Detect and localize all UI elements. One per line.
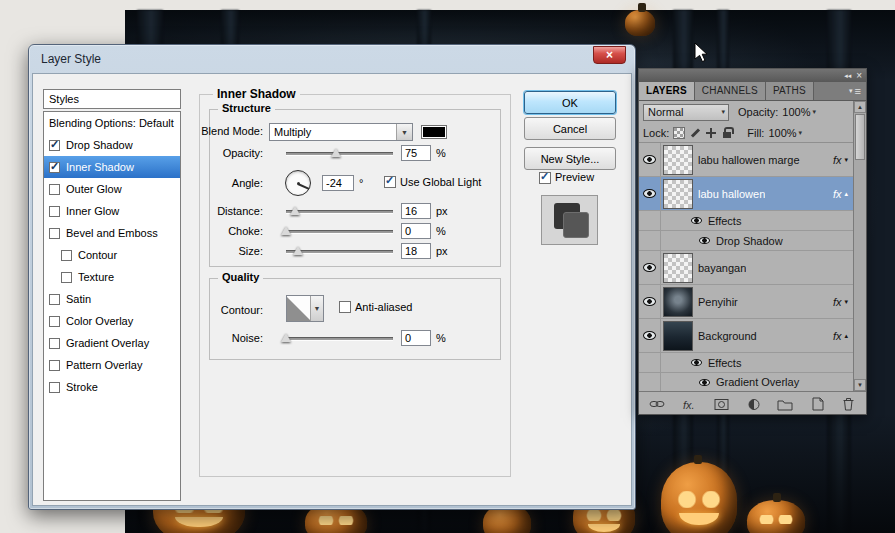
fx-expand-icon[interactable]: ▴ <box>844 190 848 198</box>
layer-row[interactable]: Background fx▴ <box>639 319 853 353</box>
layer-thumbnail[interactable] <box>663 179 693 209</box>
pattern-overlay-checkbox[interactable] <box>49 360 60 371</box>
texture-checkbox[interactable] <box>61 272 72 283</box>
contour-checkbox[interactable] <box>61 250 72 261</box>
layer-name[interactable]: Background <box>698 330 757 342</box>
effect-label[interactable]: Gradient Overlay <box>716 376 799 388</box>
layer-name[interactable]: labu hallowen <box>698 188 765 200</box>
cancel-button[interactable]: Cancel <box>524 117 616 140</box>
tab-paths[interactable]: PATHS <box>766 82 814 100</box>
chevron-down-icon[interactable]: ▼ <box>311 296 323 321</box>
fx-badge[interactable]: fx <box>833 330 842 342</box>
bevel-emboss-checkbox[interactable] <box>49 228 60 239</box>
effects-row[interactable]: Effects <box>639 353 853 373</box>
lock-transparency-icon[interactable] <box>673 127 685 139</box>
layer-name[interactable]: labu hallowen marge <box>698 154 800 166</box>
link-layers-icon[interactable] <box>649 398 665 410</box>
style-item-texture[interactable]: Texture <box>44 266 180 288</box>
effects-row[interactable]: Effects <box>639 211 853 231</box>
drop-shadow-checkbox[interactable] <box>49 140 60 151</box>
noise-input[interactable]: 0 <box>401 330 431 346</box>
gradient-overlay-checkbox[interactable] <box>49 338 60 349</box>
adjustment-layer-icon[interactable] <box>747 398 761 411</box>
visibility-toggle[interactable] <box>639 177 661 210</box>
blend-mode-select[interactable]: Multiply ▼ <box>269 123 413 141</box>
outer-glow-checkbox[interactable] <box>49 184 60 195</box>
satin-checkbox[interactable] <box>49 294 60 305</box>
choke-slider-thumb[interactable] <box>281 226 291 235</box>
layer-style-icon[interactable]: fx. <box>682 398 698 411</box>
choke-input[interactable]: 0 <box>401 223 431 239</box>
layer-blend-mode-select[interactable]: Normal ▾ <box>643 104 729 121</box>
eye-icon[interactable] <box>691 359 702 366</box>
opacity-input[interactable]: 75 <box>401 145 431 161</box>
effect-row[interactable]: Drop Shadow <box>639 231 853 251</box>
preview-checkbox[interactable] <box>539 172 551 184</box>
close-button[interactable]: × <box>593 46 626 64</box>
noise-slider[interactable] <box>286 337 393 340</box>
eye-icon[interactable] <box>699 237 710 244</box>
size-slider-thumb[interactable] <box>293 246 303 255</box>
new-group-icon[interactable] <box>777 398 793 411</box>
angle-dial[interactable] <box>285 170 311 196</box>
tab-channels[interactable]: CHANNELS <box>695 82 766 100</box>
noise-slider-thumb[interactable] <box>281 333 291 342</box>
distance-slider-thumb[interactable] <box>290 206 300 215</box>
layer-row-selected[interactable]: labu hallowen fx▴ <box>639 177 853 211</box>
fx-badge[interactable]: fx <box>833 296 842 308</box>
contour-thumbnail[interactable] <box>287 296 311 321</box>
fill-value[interactable]: 100% <box>768 127 796 139</box>
color-overlay-checkbox[interactable] <box>49 316 60 327</box>
lock-all-icon[interactable] <box>721 127 733 139</box>
new-style-button[interactable]: New Style... <box>524 147 616 170</box>
lock-pixels-icon[interactable] <box>689 127 701 139</box>
contour-picker[interactable]: ▼ <box>286 295 324 322</box>
layer-thumbnail[interactable] <box>663 321 693 351</box>
anti-aliased-checkbox[interactable] <box>339 301 351 313</box>
dialog-titlebar[interactable]: Layer Style <box>29 45 635 73</box>
layer-opacity-value[interactable]: 100% <box>782 106 810 118</box>
distance-slider[interactable] <box>286 210 393 213</box>
layer-thumbnail[interactable] <box>663 145 693 175</box>
style-item-inner-shadow[interactable]: Inner Shadow <box>44 156 180 178</box>
visibility-toggle[interactable] <box>639 285 661 318</box>
inner-shadow-checkbox[interactable] <box>49 162 60 173</box>
use-global-light-checkbox[interactable] <box>384 176 396 188</box>
fx-expand-icon[interactable]: ▾ <box>844 156 848 164</box>
stroke-checkbox[interactable] <box>49 382 60 393</box>
delete-layer-icon[interactable] <box>841 397 856 411</box>
layer-thumbnail[interactable] <box>663 287 693 317</box>
eye-icon[interactable] <box>691 217 702 224</box>
fx-badge[interactable]: fx <box>833 188 842 200</box>
new-layer-icon[interactable] <box>810 397 825 411</box>
tab-layers[interactable]: LAYERS <box>639 82 695 100</box>
layer-thumbnail[interactable] <box>663 253 693 283</box>
effects-label[interactable]: Effects <box>708 215 741 227</box>
inner-glow-checkbox[interactable] <box>49 206 60 217</box>
ok-button[interactable]: OK <box>524 91 616 114</box>
scrollbar-thumb[interactable] <box>855 114 865 160</box>
visibility-toggle[interactable] <box>639 319 661 352</box>
distance-input[interactable]: 16 <box>401 203 431 219</box>
scrollbar[interactable]: ▲ ▼ <box>853 101 866 391</box>
fx-expand-icon[interactable]: ▾ <box>844 298 848 306</box>
layer-row[interactable]: labu hallowen marge fx▾ <box>639 143 853 177</box>
eye-icon[interactable] <box>699 379 710 386</box>
choke-slider[interactable] <box>286 230 393 233</box>
chevron-down-icon[interactable]: ▾ <box>813 108 817 116</box>
fx-badge[interactable]: fx <box>833 154 842 166</box>
angle-input[interactable]: -24 <box>322 175 354 191</box>
fx-expand-icon[interactable]: ▴ <box>844 332 848 340</box>
layer-name[interactable]: bayangan <box>698 262 746 274</box>
effect-row[interactable]: Gradient Overlay <box>639 373 853 391</box>
layer-row[interactable]: Penyihir fx▾ <box>639 285 853 319</box>
effects-label[interactable]: Effects <box>708 357 741 369</box>
effect-label[interactable]: Drop Shadow <box>716 235 783 247</box>
scroll-up-icon[interactable]: ▲ <box>854 101 866 113</box>
layer-name[interactable]: Penyihir <box>698 296 738 308</box>
scroll-down-icon[interactable]: ▼ <box>854 379 866 391</box>
close-panel-icon[interactable]: × <box>856 71 862 81</box>
style-item-stroke[interactable]: Stroke <box>44 376 180 398</box>
chevron-down-icon[interactable]: ▼ <box>396 124 412 140</box>
collapse-panel-icon[interactable]: ◂◂ <box>844 72 851 80</box>
